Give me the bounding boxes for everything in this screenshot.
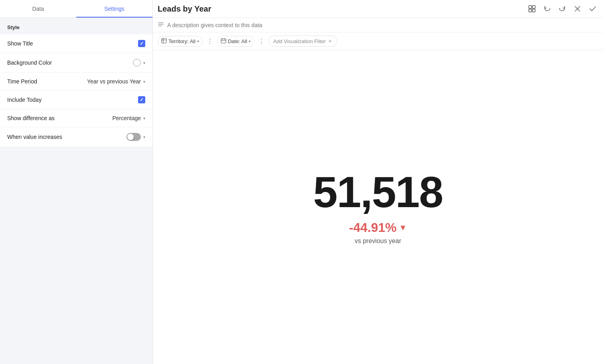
include-today-row: Include Today bbox=[0, 91, 152, 109]
background-color-label: Background Color bbox=[7, 59, 52, 66]
date-more-icon[interactable]: ⋮ bbox=[257, 38, 266, 45]
when-value-increases-toggle[interactable]: ▾ bbox=[127, 133, 145, 141]
svg-rect-12 bbox=[221, 39, 226, 43]
left-panel: Data Settings Style Show Title Backgroun… bbox=[0, 0, 153, 364]
style-section-heading: Style bbox=[0, 18, 152, 34]
right-panel: Territory: All ▾ ⋮ Date: All ▾ ⋮ Add Vis… bbox=[153, 0, 603, 364]
show-title-checkbox[interactable] bbox=[138, 40, 145, 47]
territory-chevron: ▾ bbox=[197, 39, 199, 44]
background-color-row: Background Color ▾ bbox=[0, 53, 152, 73]
territory-more-icon[interactable]: ⋮ bbox=[205, 38, 215, 45]
show-title-control[interactable] bbox=[138, 40, 145, 47]
when-value-increases-row: When value increases ▾ bbox=[0, 127, 152, 147]
show-diff-control[interactable]: Percentage ▾ bbox=[112, 115, 145, 121]
description-bar bbox=[153, 18, 603, 32]
territory-filter-label: Territory: All bbox=[168, 38, 196, 44]
time-period-value[interactable]: Year vs previous Year ▾ bbox=[87, 78, 145, 85]
date-filter[interactable]: Date: All ▾ bbox=[217, 36, 254, 47]
description-input[interactable] bbox=[167, 22, 598, 28]
diff-row: -44.91% ▼ bbox=[349, 220, 407, 235]
add-filter-label: Add Visualization Filter bbox=[273, 38, 326, 44]
date-filter-icon bbox=[221, 38, 226, 45]
undo-icon-btn[interactable] bbox=[542, 3, 553, 14]
svg-rect-1 bbox=[532, 6, 535, 8]
when-value-increases-control[interactable]: ▾ bbox=[127, 133, 145, 141]
toggle-knob bbox=[127, 134, 134, 140]
grid-icon bbox=[528, 5, 536, 13]
tabs: Data Settings bbox=[0, 0, 152, 18]
description-icon bbox=[158, 21, 164, 29]
add-filter-btn[interactable]: Add Visualization Filter ＋ bbox=[269, 36, 337, 47]
redo-icon-btn[interactable] bbox=[557, 3, 568, 14]
top-bar-icons bbox=[526, 3, 598, 14]
toggle-track bbox=[127, 133, 141, 141]
close-icon-btn[interactable] bbox=[572, 3, 583, 14]
svg-rect-3 bbox=[532, 9, 535, 12]
tab-data[interactable]: Data bbox=[0, 0, 76, 18]
show-title-row: Show Title bbox=[0, 34, 152, 53]
include-today-control[interactable] bbox=[138, 96, 145, 103]
chart-title-input[interactable] bbox=[158, 4, 523, 14]
background-color-arrow: ▾ bbox=[143, 61, 145, 65]
toggle-arrow: ▾ bbox=[143, 135, 145, 139]
svg-rect-9 bbox=[162, 38, 166, 43]
time-period-label: Time Period bbox=[7, 78, 37, 85]
undo-icon bbox=[544, 5, 551, 12]
territory-filter[interactable]: Territory: All ▾ bbox=[158, 36, 203, 47]
top-bar bbox=[153, 0, 603, 18]
date-filter-label: Date: All bbox=[228, 38, 247, 44]
filter-bar: Territory: All ▾ ⋮ Date: All ▾ ⋮ Add Vis… bbox=[153, 32, 603, 50]
show-diff-arrow: ▾ bbox=[143, 116, 145, 121]
diff-compare-label: vs previous year bbox=[355, 237, 401, 245]
diff-percentage: -44.91% bbox=[349, 220, 397, 235]
background-color-control[interactable]: ▾ bbox=[133, 59, 145, 67]
svg-rect-2 bbox=[529, 9, 532, 12]
date-chevron: ▾ bbox=[249, 39, 251, 44]
grid-icon-btn[interactable] bbox=[526, 3, 538, 14]
include-today-label: Include Today bbox=[7, 97, 42, 103]
check-icon-btn[interactable] bbox=[587, 3, 598, 14]
show-diff-value[interactable]: Percentage ▾ bbox=[112, 115, 145, 121]
close-icon bbox=[574, 6, 581, 12]
show-diff-row: Show difference as Percentage ▾ bbox=[0, 109, 152, 127]
when-value-increases-label: When value increases bbox=[7, 134, 62, 140]
viz-area: 51,518 -44.91% ▼ vs previous year bbox=[153, 50, 603, 364]
svg-rect-0 bbox=[529, 6, 532, 8]
show-title-label: Show Title bbox=[7, 40, 33, 47]
territory-filter-icon bbox=[161, 38, 167, 45]
time-period-row: Time Period Year vs previous Year ▾ bbox=[0, 73, 152, 91]
main-metric-value: 51,518 bbox=[313, 170, 443, 214]
tab-settings[interactable]: Settings bbox=[76, 0, 152, 18]
time-period-arrow: ▾ bbox=[143, 79, 145, 84]
check-icon bbox=[589, 5, 596, 12]
time-period-control[interactable]: Year vs previous Year ▾ bbox=[87, 78, 145, 85]
color-circle-icon bbox=[133, 59, 141, 67]
show-diff-label: Show difference as bbox=[7, 115, 55, 121]
include-today-checkbox[interactable] bbox=[138, 96, 145, 103]
diff-arrow-icon: ▼ bbox=[399, 223, 407, 232]
add-filter-plus-icon: ＋ bbox=[327, 38, 333, 45]
redo-icon bbox=[559, 5, 566, 12]
